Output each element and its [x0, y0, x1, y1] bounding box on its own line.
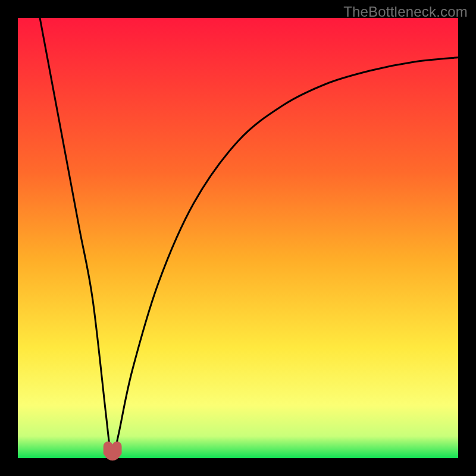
- bottleneck-chart: [0, 0, 476, 476]
- optimal-marker: [108, 446, 117, 456]
- chart-container: TheBottleneck.com: [0, 0, 476, 476]
- plot-area: [18, 18, 458, 458]
